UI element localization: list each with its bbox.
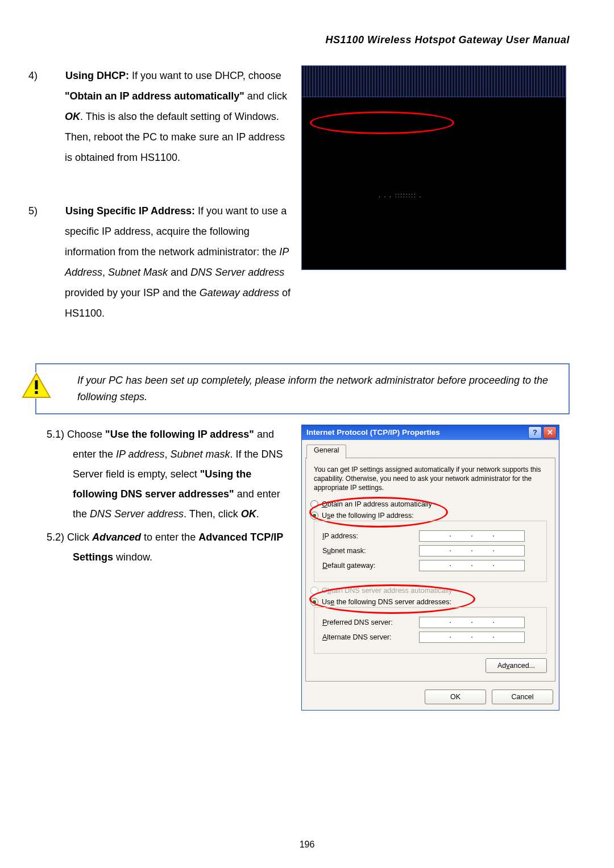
figure-redacted-screenshot-1: . . . :::::::: . <box>301 65 566 270</box>
dialog-title: Internet Protocol (TCP/IP) Properties <box>306 428 440 437</box>
i-5-2: Subnet Mask <box>108 267 168 278</box>
t-4-3: . This is also the default setting of Wi… <box>65 111 285 163</box>
preferred-dns-field[interactable] <box>419 617 525 628</box>
t-51-5: . Then, click <box>184 508 241 520</box>
tab-general[interactable]: General <box>306 445 346 459</box>
radio-label: Obtain DNS server address automatically <box>322 587 452 595</box>
radio-icon <box>310 500 318 508</box>
t-52-1: Click <box>67 531 92 543</box>
i-5-3: DNS Server address <box>190 267 284 278</box>
callout-text: If your PC has been set up completely, p… <box>77 375 548 402</box>
dialog-description: You can get IP settings assigned automat… <box>314 465 547 493</box>
svg-rect-1 <box>35 380 38 389</box>
i-51-3: DNS Server address <box>90 508 184 520</box>
c-51-1: , <box>164 448 170 460</box>
t-4-2: and click <box>244 90 287 102</box>
tcpip-properties-dialog: Internet Protocol (TCP/IP) Properties ? … <box>301 425 559 711</box>
lead-5: Using Specific IP Address: <box>65 205 198 217</box>
radio-obtain-dns-auto: Obtain DNS server address automatically <box>310 587 547 595</box>
i-51-1: IP address <box>116 448 164 460</box>
radio-label: Use the following IP address: <box>322 512 414 520</box>
dot-51: . <box>256 508 259 520</box>
i-51-2: Subnet mask <box>170 448 230 460</box>
b-52-1: Advanced <box>92 531 141 543</box>
page-title: HS1100 Wireless Hotspot Gateway User Man… <box>47 34 570 46</box>
label-ip-address: IP address: <box>322 532 419 540</box>
quote-4-1: "Obtain an IP address automatically" <box>65 90 244 102</box>
highlight-oval-icon <box>310 111 454 134</box>
alternate-dns-field[interactable] <box>419 632 525 643</box>
ip-address-field[interactable] <box>419 530 525 542</box>
sub-item-5-2: 5.2) Click Advanced to enter the Advance… <box>47 528 291 567</box>
radio-icon <box>310 512 318 520</box>
ok-4: OK <box>65 111 80 122</box>
dialog-titlebar[interactable]: Internet Protocol (TCP/IP) Properties ? … <box>302 425 559 440</box>
radio-use-following-ip[interactable]: Use the following IP address: <box>310 512 547 520</box>
marker-4: 4) <box>47 65 63 86</box>
radio-icon <box>310 598 318 606</box>
sub-item-5-1: 5.1) Choose "Use the following IP addres… <box>47 425 291 524</box>
warning-icon <box>22 372 51 398</box>
q-51-1: "Use the following IP address" <box>105 429 254 440</box>
radio-label: Obtain an IP address automatically <box>322 500 432 508</box>
advanced-button[interactable]: Advanced... <box>486 658 547 673</box>
cancel-button[interactable]: Cancel <box>492 690 553 704</box>
subnet-mask-field[interactable] <box>419 545 525 556</box>
radio-icon <box>310 587 318 595</box>
i-5-4: Gateway address <box>200 287 279 298</box>
t-51-1: Choose <box>67 429 105 440</box>
marker-51: 5.1) <box>47 429 64 440</box>
t-4-1: If you want to use DHCP, choose <box>132 70 281 81</box>
marker-52: 5.2) <box>47 531 64 543</box>
label-alternate-dns: Alternate DNS server: <box>322 633 419 641</box>
warning-callout: If your PC has been set up completely, p… <box>35 363 570 414</box>
c-5-2: and <box>168 267 190 278</box>
page-number: 196 <box>0 840 614 850</box>
radio-use-following-dns[interactable]: Use the following DNS server addresses: <box>310 598 547 606</box>
marker-5: 5) <box>47 201 63 221</box>
label-preferred-dns: Preferred DNS server: <box>322 618 419 626</box>
label-subnet-mask: Subnet mask: <box>322 547 419 555</box>
svg-rect-2 <box>35 391 38 394</box>
radio-obtain-ip-auto[interactable]: Obtain an IP address automatically <box>310 500 547 508</box>
ok-51: OK <box>241 508 256 520</box>
radio-label: Use the following DNS server addresses: <box>322 598 451 606</box>
help-button[interactable]: ? <box>528 426 542 439</box>
close-button[interactable]: ✕ <box>543 426 557 439</box>
ok-button[interactable]: OK <box>425 690 486 704</box>
lead-4: Using DHCP: <box>65 70 132 81</box>
t-5-2: provided by your ISP and the <box>65 287 200 298</box>
list-item-5: 5) Using Specific IP Address: If you wan… <box>47 201 291 323</box>
label-default-gateway: Default gateway: <box>322 562 419 570</box>
t-52-2: to enter the <box>141 531 198 543</box>
default-gateway-field[interactable] <box>419 560 525 571</box>
c-5-1: , <box>102 267 108 278</box>
t-52-3: window. <box>113 551 152 563</box>
figure-noise: . . . :::::::: . <box>379 192 422 198</box>
list-item-4: 4) Using DHCP: If you want to use DHCP, … <box>47 65 291 168</box>
